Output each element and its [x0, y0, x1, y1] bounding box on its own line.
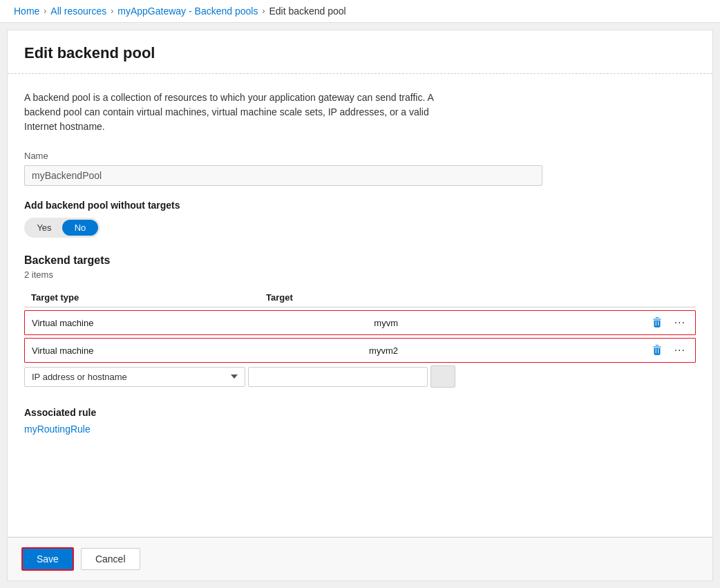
breadcrumb-sep-1: › — [44, 6, 46, 16]
breadcrumb-current: Edit backend pool — [269, 6, 345, 17]
associated-rule-label: Associated rule — [24, 407, 696, 418]
row2-target: myvm2 — [267, 345, 405, 356]
row1-actions: ··· — [648, 315, 695, 330]
section-count: 2 items — [24, 269, 696, 280]
target-value-input[interactable] — [248, 367, 428, 387]
row2-delete-button[interactable] — [648, 343, 666, 358]
row1-more-button[interactable]: ··· — [672, 315, 688, 330]
row2-more-button[interactable]: ··· — [672, 343, 688, 358]
breadcrumb: Home › All resources › myAppGateway - Ba… — [0, 0, 720, 23]
toggle-label: Add backend pool without targets — [24, 200, 696, 211]
breadcrumb-all-resources[interactable]: All resources — [50, 6, 106, 17]
row2-actions: ··· — [648, 343, 695, 358]
bottom-bar: Save Cancel — [8, 537, 712, 580]
new-row: IP address or hostname Virtual machine V… — [24, 366, 696, 388]
breadcrumb-sep-3: › — [262, 6, 265, 16]
toggle-group[interactable]: Yes No — [24, 218, 100, 238]
col-header-target: Target — [266, 292, 404, 303]
toggle-yes[interactable]: Yes — [26, 220, 62, 236]
table-row: Virtual machine myvm ··· — [24, 310, 696, 335]
breadcrumb-home[interactable]: Home — [14, 6, 39, 17]
table-row: Virtual machine myvm2 ··· — [24, 338, 696, 363]
row1-target-type: Virtual machine — [32, 318, 267, 328]
save-button[interactable]: Save — [21, 547, 74, 571]
breadcrumb-sep-2: › — [111, 6, 113, 16]
breadcrumb-gateway[interactable]: myAppGateway - Backend pools — [117, 6, 258, 17]
add-target-button[interactable] — [430, 366, 455, 388]
description-text: A backend pool is a collection of resour… — [24, 91, 439, 134]
row2-target-type: Virtual machine — [32, 345, 267, 356]
page-title: Edit backend pool — [24, 44, 696, 62]
target-type-dropdown[interactable]: IP address or hostname Virtual machine V… — [24, 367, 245, 387]
routing-rule-link[interactable]: myRoutingRule — [24, 424, 91, 435]
section-title: Backend targets — [24, 254, 696, 267]
col-header-target-type: Target type — [31, 292, 266, 303]
table-header: Target type Target — [24, 288, 696, 307]
row1-delete-button[interactable] — [648, 315, 666, 330]
row1-target: myvm — [267, 318, 405, 328]
toggle-no[interactable]: No — [62, 220, 98, 236]
cancel-button[interactable]: Cancel — [81, 548, 140, 570]
associated-rule-section: Associated rule myRoutingRule — [24, 407, 696, 435]
name-input[interactable] — [24, 165, 542, 186]
name-label: Name — [24, 151, 696, 161]
